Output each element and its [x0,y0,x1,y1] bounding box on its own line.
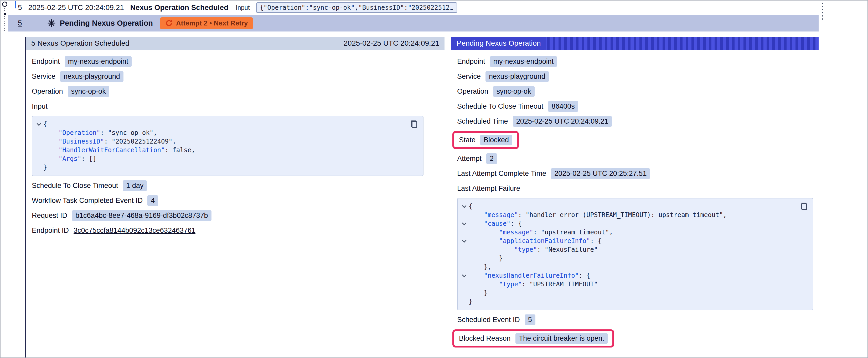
pending-operation-body: Endpointmy-nexus-endpointServicenexus-pl… [451,50,818,358]
field-label: Service [457,72,481,80]
field-label: Endpoint ID [32,227,69,235]
field-state: StateBlocked [457,131,813,149]
timeline-dotted-line [4,8,5,12]
field-endpoint: Endpointmy-nexus-endpoint [457,56,813,67]
field-value-badge: nexus-playground [486,71,549,82]
code-line: "nexusHandlerFailureInfo": { [460,271,795,280]
attempt-retry-badge[interactable]: Attempt 2 • Next Retry [160,17,253,29]
field-value-badge: The circuit breaker is open. [516,333,608,344]
field-service: Servicenexus-playground [32,71,439,82]
pending-operation-header-title: Pending Nexus Operation [451,37,546,50]
event-detail-panel: 5 Nexus Operation Scheduled 2025-02-25 U… [25,37,444,358]
event-detail-header-time: 2025-02-25 UTC 20:24:09.21 [344,39,439,47]
field-label: Blocked Reason [459,334,511,343]
input-preview-chip[interactable]: {"Operation":"sync-op-ok","BusinessID":"… [256,2,457,13]
copy-icon[interactable] [801,203,807,210]
timeline-rail [2,2,8,32]
field-label: Operation [457,88,488,96]
field-input: Input [32,101,439,111]
event-id-link[interactable]: 5 [18,3,22,12]
focus-caret [15,1,16,8]
field-scheduled-event-id: Scheduled Event ID5 [457,315,813,325]
compact-event-row[interactable]: 5 2025-02-25 UTC 20:24:09.21 Nexus Opera… [8,1,867,15]
pending-operation-header: Pending Nexus Operation [451,37,818,50]
timeline-open-circle-icon [2,2,7,7]
pending-operation-row[interactable]: 5 Pending Nexus Operation Attempt 2 • Ne… [8,15,818,32]
code-line: { [460,202,795,211]
field-value-badge: 1 day [123,180,147,191]
collapse-chevron-icon[interactable] [34,120,43,129]
field-label: Schedule To Close Timeout [32,182,118,190]
pending-operation-title: Pending Nexus Operation [60,19,153,28]
field-schedule-to-close-timeout: Schedule To Close Timeout1 day [32,180,439,191]
field-value-badge: 2025-02-25 UTC 20:24:09.21 [513,116,612,127]
code-line: "type": "UPSTREAM_TIMEOUT" [460,280,795,289]
field-blocked-reason: Blocked ReasonThe circuit breaker is ope… [457,329,813,348]
field-value-badge: nexus-playground [60,71,123,82]
code-line: "applicationFailureInfo": { [460,237,795,246]
field-value-badge: 86400s [548,101,578,112]
field-label: Workflow Task Completed Event ID [32,197,143,205]
field-attempt: Attempt2 [457,153,813,164]
json-code-block: { "Operation": "sync-op-ok", "BusinessID… [32,116,424,176]
input-label: Input [236,4,250,11]
code-line: "BusinessID": "20250225122409", [34,137,405,146]
field-value-link[interactable]: 3c0c75ccfa8144b092c13ce632463761 [73,227,195,235]
code-line: } [460,254,795,263]
field-label: Operation [32,88,63,96]
copy-icon[interactable] [411,121,417,128]
event-detail-header-title: 5 Nexus Operation Scheduled [31,39,129,47]
field-last-attempt-complete-time: Last Attempt Complete Time2025-02-25 UTC… [457,168,813,179]
timeline-filled-dot-icon [4,13,6,15]
field-schedule-to-close-timeout: Schedule To Close Timeout86400s [457,101,813,112]
field-endpoint-id: Endpoint ID3c0c75ccfa8144b092c13ce632463… [32,225,439,236]
code-line: } [460,297,795,306]
field-value-badge: 4 [147,195,158,206]
collapse-chevron-icon[interactable] [460,237,469,246]
code-line: { [34,120,405,129]
collapse-chevron-icon[interactable] [460,220,469,228]
field-label: Last Attempt Complete Time [457,169,546,178]
code-line: "Operation": "sync-op-ok", [34,129,405,137]
field-last-attempt-failure: Last Attempt Failure [457,183,813,194]
field-label: Service [32,72,56,80]
timeline-dotted-line [4,16,5,32]
field-value-badge: 5 [525,315,535,325]
field-label: State [459,136,475,144]
event-detail-panels: 5 Nexus Operation Scheduled 2025-02-25 U… [25,37,818,358]
collapse-chevron-icon[interactable] [460,271,469,280]
field-label: Attempt [457,155,482,163]
field-request-id: Request IDb1c6a4bc-8ee7-468a-9169-df3b02… [32,210,439,221]
code-line: } [34,163,405,172]
retry-icon [165,19,173,27]
field-value-badge: sync-op-ok [68,86,109,97]
code-line: "message": "upstream timeout", [460,228,795,237]
code-line: }, [460,263,795,271]
field-label: Endpoint [457,58,485,66]
field-label: Last Attempt Failure [457,185,520,193]
field-label: Input [32,102,48,110]
annotation-highlight: StateBlocked [453,131,519,149]
field-value-badge: Blocked [480,135,512,145]
annotation-highlight: Blocked ReasonThe circuit breaker is ope… [453,329,614,348]
collapse-chevron-icon[interactable] [460,202,469,211]
field-operation: Operationsync-op-ok [32,86,439,97]
field-label: Request ID [32,211,67,220]
field-label: Endpoint [32,58,60,66]
field-endpoint: Endpointmy-nexus-endpoint [32,56,439,67]
code-line: "type": "NexusFailure" [460,246,795,254]
attempt-retry-label: Attempt 2 • Next Retry [176,19,248,27]
pending-star-icon [47,19,56,27]
event-title: Nexus Operation Scheduled [130,3,228,12]
code-line: "Args": [] [34,155,405,163]
code-line: "cause": { [460,220,795,228]
field-scheduled-time: Scheduled Time2025-02-25 UTC 20:24:09.21 [457,116,813,127]
field-value-badge: my-nexus-endpoint [65,56,132,67]
field-value-badge: sync-op-ok [493,86,535,97]
code-line: "HandlerWaitForCancellation": false, [34,146,405,155]
event-detail-body: Endpointmy-nexus-endpointServicenexus-pl… [26,50,444,358]
pending-operation-panel: Pending Nexus Operation Endpointmy-nexus… [451,37,818,358]
code-line: "message": "handler error (UPSTREAM_TIME… [460,211,795,220]
pending-event-id-link[interactable]: 5 [18,19,22,27]
field-service: Servicenexus-playground [457,71,813,82]
